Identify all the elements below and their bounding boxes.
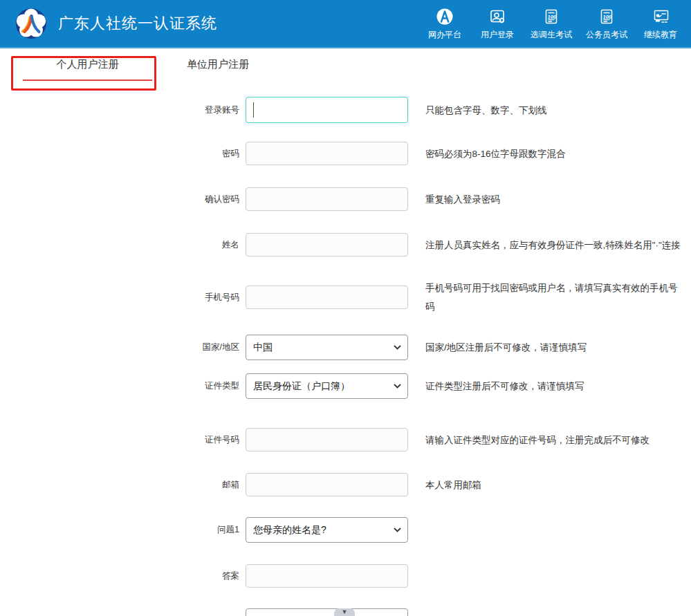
field-hint: 请输入证件类型对应的证件号码，注册完成后不可修改 (425, 431, 685, 449)
page-title: 广东人社统一认证系统 (58, 13, 217, 34)
field-hint: 密码必须为8-16位字母跟数字混合 (425, 144, 685, 163)
field-hint: 重复输入登录密码 (425, 190, 685, 209)
tab-company-register[interactable]: 单位用户注册 (187, 57, 249, 81)
nav-label: 公务员考试 (586, 29, 627, 41)
field-label: 证件号码 (0, 434, 246, 446)
login-account-input[interactable] (246, 97, 408, 123)
header-nav: 网办平台 用户登录 100 (425, 7, 691, 41)
user-gear-icon (488, 7, 506, 26)
tab-personal-register[interactable]: 个人用户注册 (23, 57, 152, 81)
confirm-password-input[interactable] (246, 187, 408, 211)
field-hint: 本人常用邮箱 (425, 476, 685, 494)
form-row: 姓名 注册人员真实姓名，应与有效身份证件一致,特殊姓名用"·"连接 (0, 233, 691, 256)
mobile-number-input[interactable] (246, 286, 408, 309)
chevron-down-icon (394, 345, 401, 350)
form-row: 证件类型 居民身份证（户口簿） 证件类型注册后不可修改，请谨慎填写 (0, 373, 691, 399)
brand: 广东人社统一认证系统 (15, 8, 217, 39)
form-row: 手机号码 手机号码可用于找回密码或用户名，请填写真实有效的手机号码 (0, 279, 691, 316)
id-number-input[interactable] (246, 428, 408, 451)
password-input[interactable] (246, 142, 408, 165)
field-label: 姓名 (0, 239, 246, 251)
country-region-select[interactable]: 中国 (246, 335, 408, 360)
bottom-clipped-widget: ▼ (334, 608, 355, 616)
field-label: 确认密码 (0, 194, 246, 205)
teacher-board-icon (652, 7, 670, 26)
security-answer1-input[interactable] (246, 564, 408, 588)
svg-text:100: 100 (603, 13, 612, 19)
form-row: 国家/地区 中国 国家/地区注册后不可修改，请谨慎填写 (0, 335, 691, 360)
field-label: 邮箱 (0, 479, 246, 491)
form-row: 答案 (0, 564, 691, 588)
security-question1-select[interactable]: 您母亲的姓名是? (246, 517, 408, 543)
security-question1-value: 您母亲的姓名是? (253, 524, 326, 536)
tab-company-label: 单位用户注册 (187, 58, 249, 70)
chevron-down-icon (394, 384, 401, 389)
nav-item-continuing-education[interactable]: 继续教育 (641, 7, 680, 41)
field-label: 国家/地区 (0, 342, 246, 353)
form-row: 邮箱 本人常用邮箱 (0, 473, 691, 496)
security-question2-select[interactable]: 您配偶的生日是? (246, 608, 408, 616)
gdhrss-logo-icon (15, 8, 47, 39)
nav-item-civil-servant-exam[interactable]: 100 公务员考试 (586, 7, 627, 41)
email-input[interactable] (246, 473, 408, 496)
nav-item-user-login[interactable]: 用户登录 (478, 7, 517, 41)
field-label: 密码 (0, 148, 246, 160)
app-header: 广东人社统一认证系统 网办平台 用户登录 (0, 0, 691, 48)
tab-personal-label: 个人用户注册 (57, 58, 119, 70)
form-row: 问题1 您母亲的姓名是? (0, 517, 691, 543)
nav-label: 网办平台 (428, 29, 461, 41)
chevron-down-icon (394, 528, 401, 532)
exam-score-100-icon: 100 (598, 7, 616, 26)
field-label: 手机号码 (0, 292, 246, 304)
exam-score-100-icon: 100 (542, 7, 560, 26)
active-tab-underline (23, 80, 152, 81)
nav-item-xuandiaosheng-exam[interactable]: 100 选调生考试 (531, 7, 572, 41)
form-row: 确认密码 重复输入登录密码 (0, 187, 691, 211)
id-type-select[interactable]: 居民身份证（户口簿） (246, 373, 408, 399)
field-label: 登录账号 (0, 104, 246, 116)
form-row: 证件号码 请输入证件类型对应的证件号码，注册完成后不可修改 (0, 428, 691, 451)
nav-label: 选调生考试 (531, 29, 572, 41)
personal-register-form: 登录账号 只能包含字母、数字、下划线 密码 密码必须为8-16位字母跟数字混合 … (0, 81, 691, 616)
nav-item-portal[interactable]: 网办平台 (425, 7, 464, 41)
portal-circle-icon (436, 7, 454, 26)
id-type-value: 居民身份证（户口簿） (253, 380, 350, 393)
register-tabs: 个人用户注册 单位用户注册 (0, 48, 691, 81)
field-hint: 注册人员真实姓名，应与有效身份证件一致,特殊姓名用"·"连接 (425, 236, 685, 254)
form-row: 登录账号 只能包含字母、数字、下划线 (0, 97, 691, 123)
country-region-value: 中国 (253, 342, 273, 354)
nav-label: 用户登录 (481, 29, 514, 41)
field-hint: 只能包含字母、数字、下划线 (425, 101, 685, 120)
field-label: 证件类型 (0, 380, 246, 392)
form-row: 密码 密码必须为8-16位字母跟数字混合 (0, 142, 691, 165)
arrow-down-icon: ▼ (342, 608, 348, 616)
field-hint: 证件类型注册后不可修改，请谨慎填写 (425, 377, 685, 395)
field-label: 答案 (0, 570, 246, 582)
nav-label: 继续教育 (644, 29, 677, 41)
field-hint: 国家/地区注册后不可修改，请谨慎填写 (425, 338, 685, 357)
real-name-input[interactable] (246, 233, 408, 256)
field-label: 问题1 (0, 524, 246, 536)
text-cursor (253, 102, 254, 118)
svg-text:100: 100 (548, 13, 557, 19)
field-hint: 手机号码可用于找回密码或用户名，请填写真实有效的手机号码 (425, 279, 685, 316)
